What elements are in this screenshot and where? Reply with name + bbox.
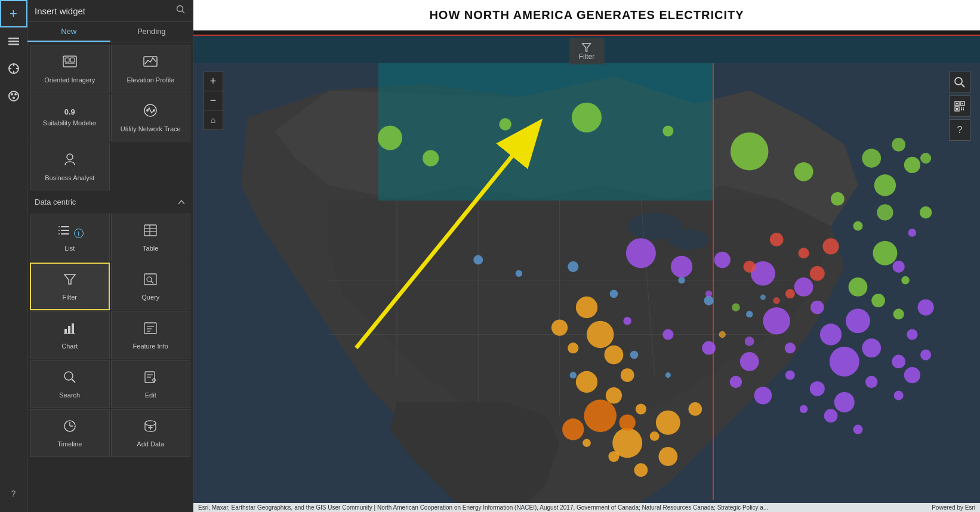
svg-point-164 <box>955 78 962 85</box>
svg-rect-34 <box>144 274 156 285</box>
help-button[interactable]: ? <box>0 480 27 507</box>
sidebar-bottom: ? <box>0 480 27 507</box>
widget-timeline[interactable]: Timeline <box>30 409 110 457</box>
widget-list[interactable]: i List <box>30 214 110 261</box>
filter-label: Filter <box>63 293 77 301</box>
svg-point-35 <box>147 277 152 282</box>
main-content: HOW NORTH AMERICA GENERATES ELECTRICITY … <box>193 0 980 512</box>
svg-point-45 <box>64 372 73 380</box>
svg-rect-29 <box>144 225 156 236</box>
svg-rect-24 <box>61 230 69 231</box>
tab-new[interactable]: New <box>27 22 110 42</box>
list-icon <box>56 223 72 242</box>
map-search-button[interactable] <box>949 72 970 93</box>
svg-point-59 <box>668 229 708 249</box>
chart-icon <box>62 320 78 340</box>
north-america-map[interactable] <box>193 63 980 512</box>
svg-rect-23 <box>61 226 69 227</box>
widget-chart[interactable]: Chart <box>30 311 110 359</box>
svg-line-13 <box>183 11 185 14</box>
timeline-icon <box>62 418 78 437</box>
zoom-in-button[interactable]: + <box>204 72 223 91</box>
svg-rect-172 <box>961 107 962 109</box>
widget-panel: Insert widget New Pending Oriented Ima <box>27 0 193 512</box>
svg-point-21 <box>153 109 155 112</box>
map-filter-button[interactable]: Filter <box>569 38 605 64</box>
oriented-imagery-icon <box>61 53 78 73</box>
utility-network-trace-label: Utility Network Trace <box>121 125 181 133</box>
widget-table[interactable]: Table <box>111 214 191 261</box>
edit-label: Edit <box>145 391 156 399</box>
map-help-button[interactable]: ? <box>949 119 970 141</box>
elevation-profile-label: Elevation Profile <box>127 76 175 84</box>
feature-info-label: Feature Info <box>133 342 168 350</box>
tabs-row: New Pending <box>27 22 193 42</box>
map-attribution: Esri, Maxar, Earthstar Geographics, and … <box>193 503 980 512</box>
svg-line-165 <box>961 84 964 87</box>
zoom-out-button[interactable]: − <box>204 91 223 110</box>
edit-icon <box>143 369 158 388</box>
query-label: Query <box>141 293 159 301</box>
svg-rect-2 <box>8 44 19 45</box>
svg-rect-37 <box>64 329 67 334</box>
business-analyst-icon <box>61 151 78 171</box>
map-right-controls: ? <box>949 72 970 141</box>
map-zoom-controls: + − ⌂ <box>203 72 223 130</box>
widget-add-data[interactable]: Add Data <box>111 409 191 457</box>
svg-rect-174 <box>961 109 962 110</box>
widget-oriented-imagery[interactable]: Oriented Imagery <box>30 45 110 92</box>
panel-title: Insert widget <box>35 6 176 16</box>
data-centric-section-header[interactable]: Data centric <box>27 193 193 211</box>
svg-point-8 <box>9 91 19 101</box>
svg-rect-0 <box>8 38 19 39</box>
filter-bar: Filter <box>193 35 980 63</box>
layers-button[interactable] <box>0 27 27 55</box>
tab-pending[interactable]: Pending <box>110 22 193 42</box>
widget-filter[interactable]: Filter <box>30 263 110 310</box>
widget-business-analyst[interactable]: Business Analyst <box>30 143 110 190</box>
chart-label: Chart <box>61 342 78 350</box>
filter-icon <box>62 272 78 291</box>
filter-button-label: Filter <box>579 53 595 61</box>
svg-marker-33 <box>64 274 75 284</box>
list-info-badge[interactable]: i <box>74 229 84 238</box>
svg-rect-27 <box>58 230 60 231</box>
data-centric-label: Data centric <box>35 198 76 206</box>
svg-rect-170 <box>961 103 963 104</box>
svg-rect-171 <box>956 108 958 110</box>
svg-rect-1 <box>8 41 19 42</box>
svg-rect-16 <box>70 58 75 62</box>
widget-feature-info[interactable]: Feature Info <box>111 311 191 359</box>
elevation-profile-icon <box>142 53 159 73</box>
attribution-text: Esri, Maxar, Earthstar Geographics, and … <box>198 504 768 511</box>
widget-search[interactable]: Search <box>30 360 110 408</box>
add-data-label: Add Data <box>137 440 164 448</box>
chevron-up-icon <box>177 198 186 206</box>
svg-marker-56 <box>583 44 591 51</box>
table-icon <box>143 223 158 242</box>
timeline-label: Timeline <box>57 440 82 448</box>
widget-edit[interactable]: Edit <box>111 360 191 408</box>
svg-point-22 <box>67 154 73 160</box>
home-button[interactable]: ⌂ <box>204 110 223 129</box>
svg-rect-169 <box>956 103 958 104</box>
misc-widgets-grid: Oriented Imagery Elevation Profile 0.9 S… <box>27 42 193 193</box>
svg-rect-25 <box>61 233 69 235</box>
widget-utility-network-trace[interactable]: Utility Network Trace <box>111 94 191 141</box>
svg-rect-173 <box>963 107 964 109</box>
suitability-modeler-label: Suitability Modeler <box>43 119 97 127</box>
add-widget-button[interactable]: + <box>0 0 27 27</box>
tools-button[interactable] <box>0 55 27 82</box>
widget-panel-header: Insert widget <box>27 0 193 22</box>
widget-suitability-modeler[interactable]: 0.9 Suitability Modeler <box>30 94 110 141</box>
data-centric-grid: i List Table Filter <box>27 211 193 459</box>
widget-elevation-profile[interactable]: Elevation Profile <box>111 45 191 92</box>
panel-search-button[interactable] <box>176 5 186 17</box>
svg-point-53 <box>145 421 156 425</box>
svg-point-12 <box>177 6 183 12</box>
widget-query[interactable]: Query <box>111 263 191 310</box>
map-qr-button[interactable] <box>949 95 970 117</box>
qr-icon <box>954 100 966 112</box>
palette-button[interactable] <box>0 82 27 110</box>
svg-line-36 <box>151 281 153 283</box>
